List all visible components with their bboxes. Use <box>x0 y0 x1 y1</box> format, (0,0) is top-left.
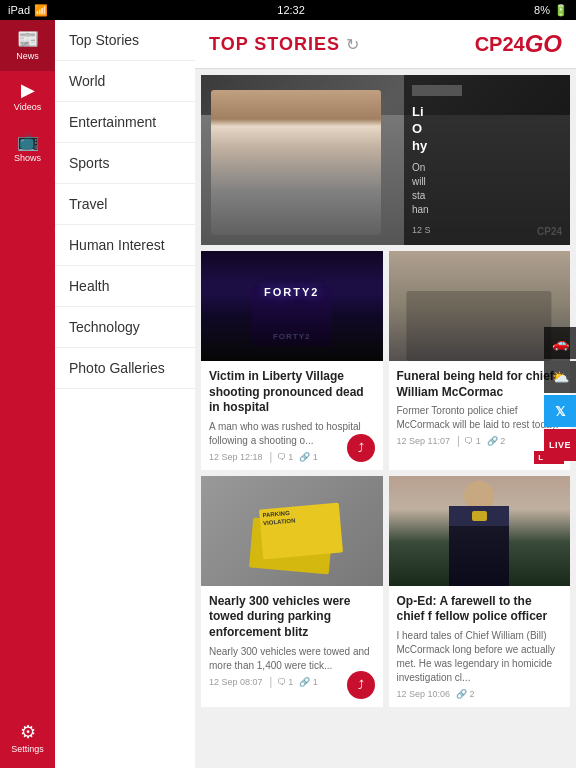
story-2-comments: │ 🗨 1 <box>456 436 481 446</box>
news-label: News <box>16 51 39 61</box>
cp24-text: CP24 <box>475 33 525 56</box>
stories-container: CP24 LiOhy Onwillstahan 12 S FORTY2 <box>195 69 576 768</box>
sidebar-item-shows[interactable]: 📺 Shows <box>0 122 55 173</box>
settings-label: Settings <box>11 744 44 754</box>
app-container: 📰 News ▶ Videos 📺 Shows ⚙ Settings Top S… <box>0 20 576 768</box>
stories-grid: FORTY2 Victim in Liberty Village shootin… <box>201 251 570 707</box>
top-stories-title: TOP STORIES <box>209 34 340 55</box>
nav-technology[interactable]: Technology <box>55 307 195 348</box>
live-button[interactable]: LIVE <box>544 429 576 461</box>
nav-photo-galleries[interactable]: Photo Galleries <box>55 348 195 389</box>
story-3-headline: Nearly 300 vehicles were towed during pa… <box>209 594 375 641</box>
story-3-timestamp: 12 Sep 08:07 <box>209 677 263 687</box>
ipad-label: iPad <box>8 4 30 16</box>
story-1-image: FORTY2 <box>201 251 383 361</box>
story-card-3[interactable]: PARKINGVIOLATION Nearly 300 vehicles wer… <box>201 476 383 707</box>
refresh-icon[interactable]: ↻ <box>346 35 359 54</box>
story-2-image <box>389 251 571 361</box>
wifi-icon: 📶 <box>34 4 48 17</box>
sidebar-item-news[interactable]: 📰 News <box>0 20 55 71</box>
story-2-shares: 🔗 2 <box>487 436 506 446</box>
featured-snippet: Onwillstahan <box>412 161 562 217</box>
story-card-2[interactable]: LIVE Funeral being held for chief Willia… <box>389 251 571 470</box>
settings-button[interactable]: ⚙ Settings <box>0 713 55 764</box>
nav-menu: Top Stories World Entertainment Sports T… <box>55 20 195 768</box>
featured-headline: LiOhy <box>412 104 562 155</box>
shows-icon: 📺 <box>17 132 39 150</box>
ont-parl-badge <box>412 85 462 96</box>
story-card-4[interactable]: Op-Ed: A farewell to the chief f fellow … <box>389 476 571 707</box>
story-2-headline: Funeral being held for chief William McC… <box>397 369 563 400</box>
story-1-timestamp: 12 Sep 12:18 <box>209 452 263 462</box>
story-1-comments: │ 🗨 1 <box>269 452 294 462</box>
story-4-meta: 12 Sep 10:06 🔗 2 <box>397 689 563 699</box>
traffic-button[interactable]: 🚗 <box>544 327 576 359</box>
weather-button[interactable]: ⛅ <box>544 361 576 393</box>
nav-sports[interactable]: Sports <box>55 143 195 184</box>
content-header: TOP STORIES ↻ CP24 GO <box>195 20 576 69</box>
officer-body <box>449 506 509 586</box>
floating-buttons: 🚗 ⛅ 𝕏 LIVE <box>544 327 576 461</box>
ticket-1: PARKINGVIOLATION <box>259 502 343 559</box>
story-3-comments: │ 🗨 1 <box>269 677 294 687</box>
status-left: iPad 📶 <box>8 4 48 17</box>
nav-world[interactable]: World <box>55 61 195 102</box>
status-time: 12:32 <box>277 4 305 16</box>
story-3-share-button[interactable]: ⤴ <box>347 671 375 699</box>
news-icon: 📰 <box>17 30 39 48</box>
content-area: TOP STORIES ↻ CP24 GO 🚗 ⛅ 𝕏 LIVE <box>195 20 576 768</box>
battery-icon: 🔋 <box>554 4 568 17</box>
cp24-logo: CP24 GO <box>475 30 562 58</box>
story-1-headline: Victim in Liberty Village shooting prono… <box>209 369 375 416</box>
go-text: GO <box>525 30 562 58</box>
status-right: 8% 🔋 <box>534 4 568 17</box>
story-4-content: Op-Ed: A farewell to the chief f fellow … <box>389 586 571 707</box>
videos-label: Videos <box>14 102 41 112</box>
person-area <box>211 90 381 235</box>
header-title-group: TOP STORIES ↻ <box>209 34 359 55</box>
twitter-button[interactable]: 𝕏 <box>544 395 576 427</box>
story-card-1[interactable]: FORTY2 Victim in Liberty Village shootin… <box>201 251 383 470</box>
story-2-timestamp: 12 Sep 11:07 <box>397 436 451 446</box>
nav-health[interactable]: Health <box>55 266 195 307</box>
settings-icon: ⚙ <box>20 723 36 741</box>
nav-entertainment[interactable]: Entertainment <box>55 102 195 143</box>
nav-top-stories[interactable]: Top Stories <box>55 20 195 61</box>
battery-label: 8% <box>534 4 550 16</box>
featured-timestamp: 12 S <box>412 225 562 235</box>
story-1-shares: 🔗 1 <box>299 452 318 462</box>
featured-story[interactable]: CP24 LiOhy Onwillstahan 12 S <box>201 75 570 245</box>
shows-label: Shows <box>14 153 41 163</box>
story-2-snippet: Former Toronto police chief McCormack wi… <box>397 404 563 432</box>
story-3-shares: 🔗 1 <box>299 677 318 687</box>
status-bar: iPad 📶 12:32 8% 🔋 <box>0 0 576 20</box>
nav-travel[interactable]: Travel <box>55 184 195 225</box>
person-figure <box>211 90 381 235</box>
story-2-content: Funeral being held for chief William McC… <box>389 361 571 454</box>
story-1-share-button[interactable]: ⤴ <box>347 434 375 462</box>
sidebar: 📰 News ▶ Videos 📺 Shows ⚙ Settings <box>0 20 55 768</box>
nav-human-interest[interactable]: Human Interest <box>55 225 195 266</box>
sidebar-item-videos[interactable]: ▶ Videos <box>0 71 55 122</box>
story-4-timestamp: 12 Sep 10:06 <box>397 689 451 699</box>
videos-icon: ▶ <box>21 81 35 99</box>
story-3-image: PARKINGVIOLATION <box>201 476 383 586</box>
story-4-headline: Op-Ed: A farewell to the chief f fellow … <box>397 594 563 625</box>
story-4-image <box>389 476 571 586</box>
story-3-snippet: Nearly 300 vehicles were towed and more … <box>209 645 375 673</box>
story-4-snippet: I heard tales of Chief William (Bill) Mc… <box>397 629 563 685</box>
story-4-shares: 🔗 2 <box>456 689 475 699</box>
featured-overlay: LiOhy Onwillstahan 12 S <box>404 75 570 245</box>
story-2-meta: 12 Sep 11:07 │ 🗨 1 🔗 2 <box>397 436 563 446</box>
